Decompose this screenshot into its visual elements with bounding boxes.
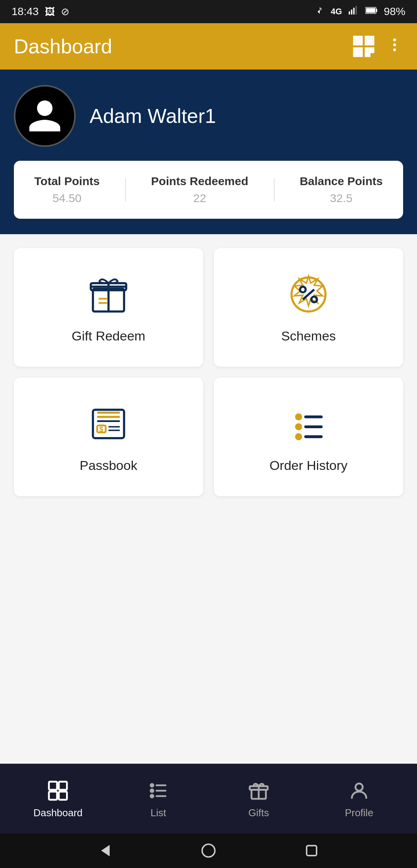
svg-point-48 — [151, 784, 153, 787]
svg-point-42 — [295, 433, 302, 440]
home-button[interactable] — [199, 841, 218, 860]
network-icon: 4G — [331, 7, 342, 17]
total-points-value: 54.50 — [53, 192, 81, 205]
nav-item-list[interactable]: List — [108, 778, 208, 819]
header-actions — [352, 35, 403, 58]
gift-icon — [85, 271, 132, 318]
svg-point-57 — [356, 783, 363, 791]
svg-point-27 — [300, 287, 306, 293]
svg-rect-10 — [356, 39, 360, 43]
balance-points-value: 32.5 — [330, 192, 352, 205]
svg-rect-15 — [366, 52, 370, 56]
schemes-label: Schemes — [281, 328, 336, 344]
svg-point-17 — [393, 43, 396, 46]
more-options-button[interactable] — [386, 36, 403, 56]
app-header: Dashboard — [0, 23, 417, 70]
svg-rect-3 — [356, 6, 357, 14]
qr-code-button[interactable] — [352, 35, 375, 58]
svg-rect-60 — [307, 846, 317, 856]
divider-1 — [125, 178, 126, 201]
svg-rect-1 — [351, 9, 353, 14]
battery-icon — [365, 5, 378, 19]
cards-grid: Gift Redeem Schemes — [14, 248, 403, 496]
nav-item-dashboard[interactable]: Dashboard — [8, 778, 108, 819]
recents-button[interactable] — [302, 841, 321, 860]
redeemed-points-item: Points Redeemed 22 — [151, 175, 248, 205]
balance-points-label: Balance Points — [300, 175, 383, 188]
battery-percent: 98% — [384, 5, 405, 18]
no-disturb-icon: ⊘ — [61, 6, 70, 18]
svg-point-40 — [295, 423, 302, 430]
gifts-nav-label: Gifts — [248, 807, 269, 819]
profile-nav-icon — [347, 778, 371, 803]
divider-2 — [274, 178, 275, 201]
main-content: Gift Redeem Schemes — [0, 234, 417, 637]
page-title: Dashboard — [14, 35, 112, 58]
bluetooth-icon — [315, 5, 325, 18]
nav-item-profile[interactable]: Profile — [309, 778, 409, 819]
status-bar-left: 18:43 🖼 ⊘ — [12, 5, 70, 18]
svg-rect-46 — [49, 791, 57, 800]
bottom-navigation: Dashboard List Gifts — [0, 764, 417, 833]
svg-rect-44 — [49, 782, 57, 790]
status-bar: 18:43 🖼 ⊘ 4G 98% — [0, 0, 417, 23]
svg-rect-5 — [376, 9, 377, 12]
svg-point-50 — [151, 795, 153, 798]
back-button[interactable] — [96, 841, 115, 860]
svg-point-38 — [295, 414, 302, 420]
avatar — [14, 85, 76, 147]
list-nav-label: List — [151, 807, 166, 819]
nav-item-gifts[interactable]: Gifts — [208, 778, 309, 819]
svg-rect-12 — [356, 50, 360, 54]
svg-text:$: $ — [99, 425, 103, 433]
time-display: 18:43 — [12, 5, 39, 18]
passbook-icon: $ — [85, 401, 132, 447]
svg-rect-30 — [93, 410, 124, 438]
profile-nav-label: Profile — [345, 807, 373, 819]
total-points-item: Total Points 54.50 — [34, 175, 100, 205]
image-icon: 🖼 — [45, 6, 55, 18]
svg-rect-45 — [59, 782, 67, 790]
redeemed-points-value: 22 — [193, 192, 206, 205]
schemes-card[interactable]: Schemes — [214, 248, 403, 367]
balance-points-item: Balance Points 32.5 — [300, 175, 383, 205]
profile-info: Adam Walter1 — [14, 85, 403, 147]
svg-rect-6 — [366, 8, 375, 13]
order-history-icon — [285, 401, 332, 447]
status-bar-right: 4G 98% — [315, 5, 405, 19]
android-home-bar — [0, 833, 417, 868]
dashboard-nav-icon — [46, 778, 70, 803]
schemes-icon — [285, 271, 332, 318]
gift-redeem-card[interactable]: Gift Redeem — [14, 248, 203, 367]
spacer — [0, 637, 417, 764]
redeemed-points-label: Points Redeemed — [151, 175, 248, 188]
svg-point-49 — [151, 790, 153, 792]
signal-icon — [348, 5, 359, 19]
svg-point-18 — [393, 48, 396, 51]
svg-rect-47 — [59, 791, 67, 800]
points-card: Total Points 54.50 Points Redeemed 22 Ba… — [14, 161, 403, 219]
svg-rect-13 — [366, 48, 368, 50]
passbook-card[interactable]: $ Passbook — [14, 378, 203, 496]
svg-point-59 — [202, 844, 215, 857]
svg-rect-0 — [349, 11, 350, 14]
svg-rect-2 — [353, 8, 355, 15]
gift-redeem-label: Gift Redeem — [72, 328, 146, 344]
total-points-label: Total Points — [34, 175, 100, 188]
svg-point-16 — [393, 39, 396, 41]
svg-point-28 — [311, 297, 317, 303]
username-display: Adam Walter1 — [90, 104, 216, 128]
passbook-label: Passbook — [80, 458, 137, 473]
order-history-label: Order History — [270, 458, 348, 473]
list-nav-icon — [146, 778, 171, 803]
svg-rect-11 — [368, 39, 371, 43]
svg-marker-58 — [101, 845, 110, 856]
dashboard-nav-label: Dashboard — [33, 807, 82, 819]
profile-section: Adam Walter1 Total Points 54.50 Points R… — [0, 70, 417, 234]
gifts-nav-icon — [246, 778, 271, 803]
order-history-card[interactable]: Order History — [214, 378, 403, 496]
